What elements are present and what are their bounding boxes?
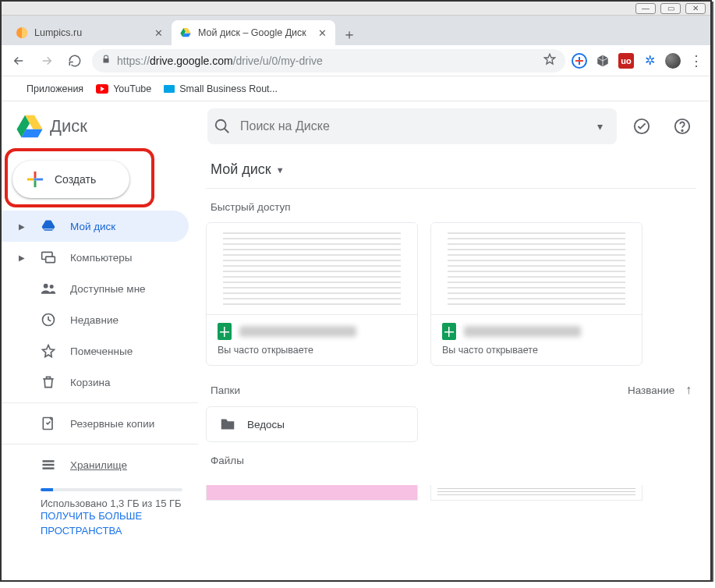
favicon-icon xyxy=(16,27,28,39)
file-thumbnail[interactable] xyxy=(206,485,418,501)
star-icon xyxy=(41,343,56,359)
main-content: Мой диск ▼ Быстрый доступ Вы часто откры… xyxy=(198,101,710,580)
quick-access-card[interactable]: Вы часто открываете xyxy=(206,222,418,366)
quick-access-card[interactable]: Вы часто открываете xyxy=(430,222,642,366)
create-button[interactable]: Создать xyxy=(12,161,129,198)
forward-button xyxy=(36,50,58,72)
plus-icon xyxy=(25,169,45,190)
reload-button[interactable] xyxy=(64,50,86,72)
drive-logo-icon xyxy=(16,114,44,139)
svg-rect-7 xyxy=(34,172,37,179)
svg-point-14 xyxy=(44,284,48,289)
sidebar-item-backups[interactable]: Резервные копии xyxy=(2,408,189,439)
extension-icon[interactable] xyxy=(595,53,611,69)
svg-rect-20 xyxy=(43,467,55,469)
storage-progress xyxy=(41,488,182,491)
apps-shortcut[interactable]: Приложения xyxy=(9,83,83,95)
nav-label: Мой диск xyxy=(70,221,115,232)
search-bar[interactable]: ▾ xyxy=(207,108,617,144)
drive-app: Диск ▾ xyxy=(2,101,710,580)
sidebar-item-storage[interactable]: Хранилище xyxy=(2,449,189,480)
bookmarks-bar: Приложения YouTube Small Business Rout..… xyxy=(2,76,710,101)
chevron-down-icon: ▼ xyxy=(276,165,285,175)
bookmark-item[interactable]: YouTube xyxy=(96,83,151,94)
sidebar-item-recent[interactable]: Недавние xyxy=(2,304,189,335)
nav-label: Помеченные xyxy=(70,345,133,357)
bookmark-item[interactable]: Small Business Rout... xyxy=(164,83,278,94)
svg-point-3 xyxy=(216,120,226,130)
folder-icon xyxy=(219,416,236,433)
svg-rect-10 xyxy=(36,179,43,181)
tab-close-icon[interactable]: ✕ xyxy=(153,27,164,38)
tab-close-icon[interactable]: ✕ xyxy=(317,27,327,38)
bookmark-label: Small Business Rout... xyxy=(179,83,278,94)
svg-rect-19 xyxy=(43,464,55,466)
sidebar-item-computers[interactable]: ▶ Компьютеры xyxy=(2,242,189,273)
backups-icon xyxy=(41,416,56,431)
my-drive-icon xyxy=(41,218,56,234)
new-tab-button[interactable]: ＋ xyxy=(338,23,360,45)
nav-list: ▶ Мой диск ▶ Компьютеры Доступные мне xyxy=(2,211,198,398)
back-button[interactable] xyxy=(8,50,30,72)
expand-icon[interactable]: ▶ xyxy=(19,253,27,262)
browser-toolbar: https://drive.google.com/drive/u/0/my-dr… xyxy=(2,45,710,76)
svg-point-6 xyxy=(681,130,682,131)
browser-menu-icon[interactable]: ⋮ xyxy=(688,53,704,69)
window-maximize-button[interactable]: ▭ xyxy=(660,3,681,14)
breadcrumb-label: Мой диск xyxy=(211,161,271,178)
sidebar-item-shared[interactable]: Доступные мне xyxy=(2,273,189,304)
file-title-redacted xyxy=(239,326,356,337)
bookmark-star-icon[interactable] xyxy=(543,53,556,68)
app-header: Диск ▾ xyxy=(2,101,710,151)
nav-label: Доступные мне xyxy=(70,283,146,295)
svg-rect-8 xyxy=(34,180,37,187)
sidebar-item-my-drive[interactable]: ▶ Мой диск xyxy=(2,211,189,242)
address-bar[interactable]: https://drive.google.com/drive/u/0/my-dr… xyxy=(92,49,565,73)
window-minimize-button[interactable]: — xyxy=(635,3,656,14)
nav-label: Резервные копии xyxy=(70,418,154,430)
youtube-icon xyxy=(96,84,108,94)
search-input[interactable] xyxy=(239,119,581,134)
divider xyxy=(2,444,198,445)
sidebar: Создать ▶ Мой диск ▶ Компьютеры xyxy=(2,101,198,580)
browser-tab[interactable]: Lumpics.ru ✕ xyxy=(8,20,172,45)
nav-label: Хранилище xyxy=(70,459,127,471)
extension-icon[interactable]: ✲ xyxy=(642,53,657,69)
file-thumbnail xyxy=(207,223,417,315)
card-subtitle: Вы часто открываете xyxy=(442,345,631,356)
nav-label: Корзина xyxy=(70,377,110,388)
svg-rect-11 xyxy=(34,179,37,181)
browser-tabs: Lumpics.ru ✕ Мой диск – Google Диск ✕ ＋ xyxy=(2,16,710,45)
sort-label[interactable]: Название xyxy=(628,384,674,396)
help-icon[interactable] xyxy=(667,111,698,142)
sidebar-item-trash[interactable]: Корзина xyxy=(2,367,189,398)
trash-icon xyxy=(41,374,56,390)
svg-rect-18 xyxy=(43,460,55,462)
quick-access-heading: Быстрый доступ xyxy=(206,189,696,222)
sidebar-item-starred[interactable]: Помеченные xyxy=(2,335,189,367)
app-title: Диск xyxy=(50,116,87,136)
sort-direction-icon[interactable]: ↑ xyxy=(685,383,692,396)
expand-icon[interactable]: ▶ xyxy=(19,222,27,231)
extension-icon[interactable] xyxy=(572,53,587,69)
files-heading: Файлы xyxy=(206,442,696,476)
browser-tab[interactable]: Мой диск – Google Диск ✕ xyxy=(172,20,335,45)
window-close-button[interactable]: ✕ xyxy=(685,3,706,14)
svg-rect-13 xyxy=(46,257,55,263)
file-title-redacted xyxy=(464,326,581,337)
folders-heading: Папки xyxy=(211,384,240,396)
bookmark-favicon-icon xyxy=(164,85,175,93)
url-text: https://drive.google.com/drive/u/0/my-dr… xyxy=(117,55,323,67)
card-subtitle: Вы часто открываете xyxy=(218,345,406,356)
file-thumbnail[interactable] xyxy=(430,485,642,501)
ready-offline-icon[interactable] xyxy=(626,111,657,142)
os-window: — ▭ ✕ Lumpics.ru ✕ Мой диск – Google Дис… xyxy=(0,0,712,582)
search-options-dropdown[interactable]: ▾ xyxy=(589,115,611,137)
folder-item[interactable]: Ведосы xyxy=(206,406,418,442)
upgrade-storage-link[interactable]: ПОЛУЧИТЬ БОЛЬШЕ ПРОСТРАНСТВА xyxy=(41,509,182,539)
svg-rect-9 xyxy=(27,179,34,181)
ublock-icon[interactable]: uo xyxy=(618,53,634,69)
drive-logo[interactable]: Диск xyxy=(16,114,198,139)
profile-avatar[interactable] xyxy=(665,53,681,69)
breadcrumb[interactable]: Мой диск ▼ xyxy=(206,151,696,189)
